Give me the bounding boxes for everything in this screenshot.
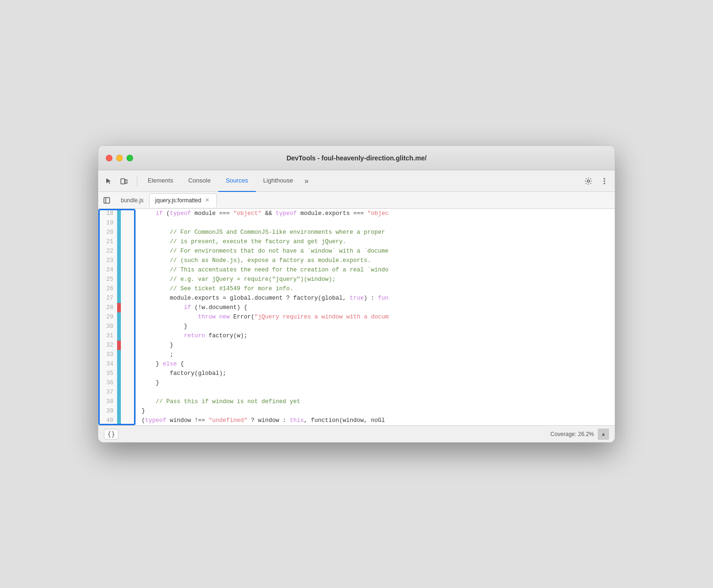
devtools-window: DevTools - foul-heavenly-direction.glitc…: [98, 145, 615, 443]
line-number-26[interactable]: 26: [98, 284, 117, 294]
line-number-28[interactable]: 28: [98, 303, 117, 312]
line-number-21[interactable]: 21: [98, 237, 117, 246]
coverage-38: [117, 397, 121, 406]
coverage-36: [117, 378, 121, 388]
settings-icon[interactable]: [582, 175, 595, 188]
line-number-27[interactable]: 27: [98, 294, 117, 303]
coverage-21: [117, 237, 121, 246]
code-line-35: factory(global);: [136, 369, 615, 378]
toolbar-right: [582, 175, 611, 188]
code-line-40: (typeof window !== "undefined" ? window …: [136, 416, 615, 425]
inspect-icon[interactable]: [102, 175, 115, 188]
line-number-22[interactable]: 22: [98, 246, 117, 256]
pretty-print-button[interactable]: {}: [104, 429, 119, 439]
coverage-23: [117, 256, 121, 265]
scroll-up-button[interactable]: ▲: [598, 429, 609, 440]
more-options-icon[interactable]: [598, 175, 611, 188]
coverage-24: [117, 265, 121, 275]
code-line-26: // See ticket #14549 for more info.: [136, 284, 615, 294]
line-number-38[interactable]: 38: [98, 397, 117, 406]
coverage-32: [117, 341, 121, 350]
line-number-25[interactable]: 25: [98, 275, 117, 284]
code-line-37: [136, 388, 615, 397]
coverage-27: [117, 294, 121, 303]
code-line-38: // Pass this if window is not defined ye…: [136, 397, 615, 406]
coverage-29: [117, 312, 121, 322]
line-gutter: 18 19 20 21 22 23 24 25 26 27 28 29 30 3…: [98, 209, 136, 425]
toolbar-separator: [137, 175, 137, 187]
code-line-29: throw new Error("jQuery requires a windo…: [136, 312, 615, 322]
coverage-22: [117, 246, 121, 256]
minimize-button[interactable]: [116, 155, 123, 161]
status-left: {}: [104, 429, 119, 439]
coverage-26: [117, 284, 121, 294]
line-number-30[interactable]: 30: [98, 322, 117, 331]
coverage-28: [117, 303, 121, 312]
file-tab-close-icon[interactable]: ✕: [204, 197, 211, 204]
line-number-19[interactable]: 19: [98, 218, 117, 228]
line-number-24[interactable]: 24: [98, 265, 117, 275]
file-tab-jquery[interactable]: jquery.js:formatted ✕: [149, 193, 217, 207]
line-number-31[interactable]: 31: [98, 331, 117, 341]
code-line-33: ;: [136, 350, 615, 359]
panel-toggle-icon[interactable]: [100, 194, 113, 207]
tabs-overflow-button[interactable]: »: [301, 177, 312, 185]
coverage-18: [117, 209, 121, 218]
toolbar-icons: [102, 175, 130, 188]
code-line-30: }: [136, 322, 615, 331]
svg-point-2: [587, 180, 590, 182]
line-number-34[interactable]: 34: [98, 359, 117, 369]
code-line-27: module.exports = global.document ? facto…: [136, 294, 615, 303]
status-bar: {} Coverage: 26.2% ▲: [98, 425, 615, 442]
line-number-33[interactable]: 33: [98, 350, 117, 359]
code-editor[interactable]: if (typeof module === "object" && typeof…: [136, 209, 615, 425]
svg-rect-1: [125, 180, 127, 183]
code-line-32: }: [136, 341, 615, 350]
line-number-39[interactable]: 39: [98, 406, 117, 416]
coverage-33: [117, 350, 121, 359]
coverage-37: [117, 388, 121, 397]
coverage-35: [117, 369, 121, 378]
traffic-lights: [106, 155, 133, 161]
tab-console[interactable]: Console: [181, 170, 218, 192]
line-number-18[interactable]: 18: [98, 209, 117, 218]
svg-point-4: [604, 180, 605, 182]
devtools-toolbar: Elements Console Sources Lighthouse »: [98, 170, 615, 192]
line-number-35[interactable]: 35: [98, 369, 117, 378]
line-number-36[interactable]: 36: [98, 378, 117, 388]
file-tab-bundle[interactable]: bundle.js: [115, 193, 149, 207]
coverage-40: [117, 416, 121, 425]
code-line-22: // For environments that do not have a `…: [136, 246, 615, 256]
line-number-23[interactable]: 23: [98, 256, 117, 265]
code-line-23: // (such as Node.js), expose a factory a…: [136, 256, 615, 265]
line-numbers: 18 19 20 21 22 23 24 25 26 27 28 29 30 3…: [98, 209, 117, 425]
coverage-column: [117, 209, 122, 425]
coverage-31: [117, 331, 121, 341]
coverage-39: [117, 406, 121, 416]
line-number-32[interactable]: 32: [98, 341, 117, 350]
svg-point-5: [604, 183, 605, 184]
svg-rect-0: [121, 179, 125, 184]
coverage-20: [117, 228, 121, 237]
maximize-button[interactable]: [127, 155, 133, 161]
code-line-18: if (typeof module === "object" && typeof…: [136, 209, 615, 218]
line-number-20[interactable]: 20: [98, 228, 117, 237]
tab-sources[interactable]: Sources: [218, 170, 256, 192]
code-line-39: }: [136, 406, 615, 416]
code-line-24: // This accentuates the need for the cre…: [136, 265, 615, 275]
code-line-19: [136, 218, 615, 228]
title-bar: DevTools - foul-heavenly-direction.glitc…: [98, 146, 615, 170]
coverage-34: [117, 359, 121, 369]
line-number-37[interactable]: 37: [98, 388, 117, 397]
tab-lighthouse[interactable]: Lighthouse: [256, 170, 301, 192]
code-line-21: // is present, execute the factory and g…: [136, 237, 615, 246]
line-number-29[interactable]: 29: [98, 312, 117, 322]
code-line-34: } else {: [136, 359, 615, 369]
tab-elements[interactable]: Elements: [140, 170, 181, 192]
device-icon[interactable]: [117, 175, 130, 188]
close-button[interactable]: [106, 155, 112, 161]
devtools-tabs: Elements Console Sources Lighthouse »: [140, 170, 312, 191]
code-line-20: // For CommonJS and CommonJS-like enviro…: [136, 228, 615, 237]
line-number-40[interactable]: 40: [98, 416, 117, 425]
coverage-30: [117, 322, 121, 331]
